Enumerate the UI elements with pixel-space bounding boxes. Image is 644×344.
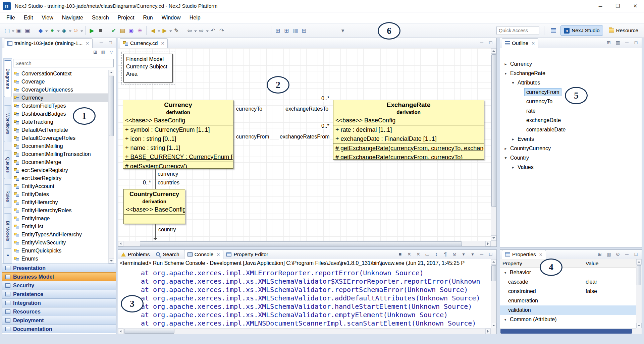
close-icon[interactable]: ✕	[539, 252, 543, 257]
minimize-view-icon[interactable]: ─	[624, 251, 630, 257]
list-item[interactable]: ecr:ServiceRegistry	[13, 166, 109, 174]
sort-icon[interactable]: ⊞	[606, 40, 612, 46]
show-advanced-icon[interactable]: ▥	[606, 251, 612, 257]
association-line-country[interactable]	[155, 224, 156, 238]
redo-button[interactable]: ↷	[217, 26, 226, 35]
display-console-dropdown-icon[interactable]: ▾	[461, 251, 467, 257]
uml-class-currency[interactable]: Currency derivation <<base>> BaseConfig …	[123, 100, 233, 169]
outline-node-exchangedate[interactable]: exchangeDate	[500, 116, 642, 125]
association-line-countries[interactable]	[155, 169, 156, 189]
chevron-down-icon[interactable]: ▾	[502, 317, 508, 322]
forward-button[interactable]: ▶	[160, 26, 169, 35]
list-item[interactable]: EntityAccount	[13, 182, 109, 190]
pin-icon[interactable]: ⊙	[615, 251, 621, 257]
association-label-currency[interactable]: currency	[157, 171, 179, 177]
explorer-vertical-scrollbar[interactable]	[108, 70, 114, 264]
packages-dropdown-icon[interactable]	[57, 31, 60, 33]
save-button[interactable]: ▣	[14, 26, 23, 35]
outline-node-attributes[interactable]: ▾Attributes	[500, 78, 642, 88]
maximize-view-icon[interactable]: □	[107, 40, 113, 46]
back-button[interactable]: ◀	[149, 26, 157, 35]
database-button[interactable]: ▤	[118, 26, 127, 35]
quick-access-input[interactable]	[496, 26, 539, 35]
terminate-icon[interactable]: ■	[397, 251, 403, 257]
menu-file[interactable]: File	[2, 12, 19, 23]
scrollbar-thumb[interactable]	[109, 76, 114, 136]
vtab-diagrams[interactable]: Diagrams	[4, 60, 11, 97]
minimize-view-icon[interactable]: ─	[624, 40, 630, 46]
maximize-view-icon[interactable]: □	[488, 40, 494, 46]
list-item[interactable]: EntityViewSecurity	[13, 239, 109, 247]
editor-horizontal-scrollbar[interactable]	[118, 241, 491, 246]
association-line-currencyFrom[interactable]	[233, 142, 333, 142]
run-button[interactable]: ▶	[88, 26, 96, 35]
chevron-right-icon[interactable]: ▸	[503, 62, 508, 66]
tab-problems[interactable]: Problems	[118, 250, 153, 259]
perspective-nexj-studio-button[interactable]: n NexJ Studio	[560, 25, 603, 36]
wand-button[interactable]: ✳	[136, 26, 144, 35]
tools-dropdown-icon[interactable]	[69, 31, 71, 33]
filter-icon[interactable]: ▥	[615, 40, 621, 46]
validate-button[interactable]: ✔	[109, 26, 118, 35]
back-dropdown-icon[interactable]	[158, 31, 160, 33]
close-icon[interactable]: ✕	[86, 41, 89, 46]
tab-search[interactable]: Search	[153, 250, 182, 259]
property-row-enumeration[interactable]: enumeration	[500, 296, 636, 305]
menu-navigate[interactable]: Navigate	[58, 12, 88, 23]
view-menu-icon[interactable]: ▽	[108, 49, 114, 55]
editor-tab-currency[interactable]: Currency.cd ✕	[120, 38, 168, 48]
section-persistence[interactable]: Persistence	[2, 290, 116, 298]
pin-console-icon[interactable]: ⊙	[451, 251, 458, 257]
association-label-exchangeRatesFrom[interactable]: exchangeRatesFrom	[279, 134, 330, 140]
menu-project[interactable]: Project	[113, 12, 139, 23]
layout-grid-button[interactable]: ⊞	[282, 26, 291, 35]
section-security[interactable]: Security	[2, 281, 116, 290]
layout-split-button[interactable]: ▥	[291, 26, 300, 35]
list-item[interactable]: Enums	[13, 255, 109, 263]
console-horizontal-scrollbar[interactable]	[118, 328, 491, 334]
search-input[interactable]	[13, 59, 114, 67]
maximize-view-icon[interactable]: □	[633, 40, 639, 46]
scroll-lock-icon[interactable]: ↕	[433, 251, 439, 257]
list-item[interactable]: EntityImage	[13, 215, 109, 223]
list-item[interactable]: ConversationContext	[13, 70, 109, 78]
open-perspective-icon[interactable]	[549, 26, 558, 35]
list-item[interactable]: CoverageUniqueness	[13, 86, 109, 94]
outline-node-comparabledate[interactable]: comparableDate	[500, 125, 642, 134]
uml-class-exchangerate[interactable]: ExchangeRate derivation <<base>> BaseCon…	[333, 100, 484, 160]
list-item[interactable]: DocumentMailingTransaction	[13, 150, 109, 158]
list-item[interactable]: DefaultCoverageRoles	[13, 134, 109, 142]
section-integration[interactable]: Integration	[2, 298, 116, 307]
new-wizard-button[interactable]: ▢	[3, 26, 11, 35]
remove-launch-icon[interactable]: ✕	[406, 251, 412, 257]
window-minimize-button[interactable]: ─	[592, 0, 609, 12]
editor-vertical-scrollbar[interactable]	[491, 48, 496, 241]
diagram-canvas[interactable]: Financial Model Currency Subject Area cu…	[118, 48, 491, 241]
list-item[interactable]: EntityList	[13, 223, 109, 231]
list-item[interactable]: Coverage	[13, 78, 109, 86]
navigate-back-dropdown-icon[interactable]	[194, 31, 197, 33]
tools-button[interactable]: ◈	[60, 26, 68, 35]
multiplicity-label[interactable]: 0..*	[321, 96, 330, 102]
scrollbar-thumb[interactable]	[500, 329, 632, 334]
model-dropdown-icon[interactable]	[45, 31, 48, 33]
list-item[interactable]: DefaultActTemplate	[13, 126, 109, 134]
console-output[interactable]: at org.apache.xerces.impl.XMLErrorReport…	[119, 269, 491, 328]
outline-node-values[interactable]: ▸Values	[500, 163, 642, 172]
new-dropdown-icon[interactable]	[12, 31, 14, 33]
maximize-view-icon[interactable]: □	[633, 251, 639, 257]
property-category-common-attribute[interactable]: ▾Common (Attribute)	[500, 315, 636, 324]
maximize-view-icon[interactable]: □	[488, 251, 494, 257]
navigate-back-button[interactable]: ⇦	[185, 26, 194, 35]
vtab-workflows[interactable]: Workflows	[4, 105, 11, 142]
model-button[interactable]: ◆	[36, 26, 45, 35]
link-editor-icon[interactable]: ⊞	[92, 49, 98, 55]
window-close-button[interactable]: ✕	[627, 0, 644, 12]
perspective-resource-button[interactable]: Resource	[606, 25, 641, 36]
list-item-selected[interactable]: Currency	[13, 94, 109, 102]
multiplicity-label[interactable]: 0..*	[321, 123, 330, 129]
remove-all-launches-icon[interactable]: ✕	[415, 251, 421, 257]
scrollbar-thumb[interactable]	[124, 329, 174, 334]
association-label-exchangeRatesTo[interactable]: exchangeRatesTo	[285, 106, 329, 112]
edit-button[interactable]: ✎	[172, 26, 181, 35]
